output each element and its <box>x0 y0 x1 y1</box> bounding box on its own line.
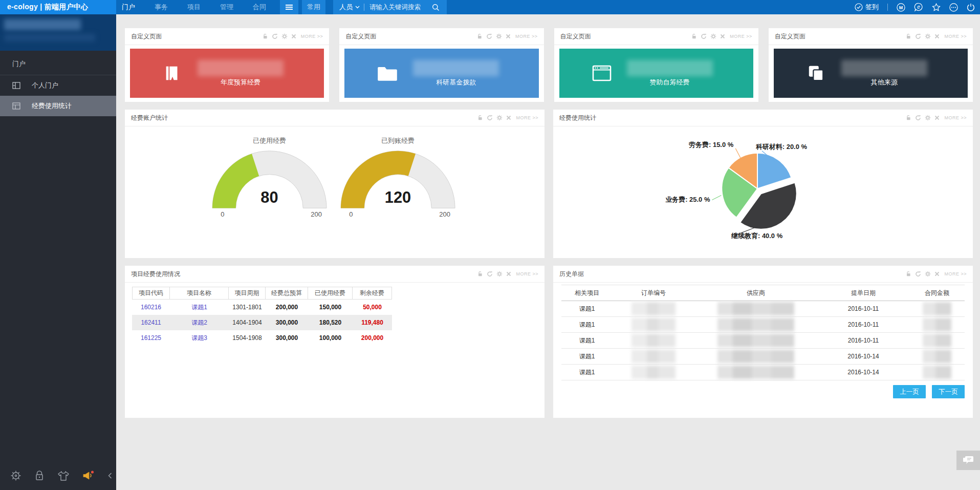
folder-icon <box>377 65 398 82</box>
panel-more-link[interactable]: MORE >> <box>516 271 538 276</box>
panel-more-link[interactable]: MORE >> <box>515 34 538 39</box>
summary-card-其他来源[interactable]: 其他来源 <box>774 49 968 98</box>
panel-more-link[interactable]: MORE >> <box>516 115 538 120</box>
settings-gear-icon[interactable] <box>496 271 503 277</box>
unlock-icon[interactable] <box>477 115 483 121</box>
panel-more-link[interactable]: MORE >> <box>301 34 323 39</box>
panel-more-link[interactable]: MORE >> <box>944 115 967 120</box>
close-icon[interactable] <box>934 115 940 120</box>
nav-item-合同[interactable]: 合同 <box>253 3 266 12</box>
table-cell: 100,000 <box>308 330 353 346</box>
unlock-icon[interactable] <box>906 33 911 39</box>
prev-page-button[interactable]: 上一页 <box>893 385 926 398</box>
project-link[interactable]: 160216 <box>132 300 170 315</box>
project-cell: 课题1 <box>561 352 613 361</box>
unlock-icon[interactable] <box>263 33 268 39</box>
table-cell: 200,000 <box>353 330 392 346</box>
settings-gear-icon[interactable] <box>710 33 716 39</box>
menu-toggle-button[interactable] <box>280 0 298 14</box>
settings-gear-icon[interactable] <box>496 115 503 121</box>
card-label: 其他来源 <box>871 78 898 87</box>
summary-card-年度预算经费[interactable]: 年度预算经费 <box>130 49 324 98</box>
power-icon[interactable] <box>967 3 975 11</box>
settings-gear-icon[interactable] <box>496 33 502 39</box>
star-icon[interactable] <box>932 3 941 12</box>
project-link[interactable]: 161225 <box>132 330 170 346</box>
close-icon[interactable] <box>506 271 511 276</box>
divider <box>364 4 364 11</box>
nav-item-事务[interactable]: 事务 <box>155 3 168 12</box>
m-circle-icon[interactable]: M <box>897 3 905 12</box>
refresh-icon[interactable] <box>701 33 707 39</box>
project-link[interactable]: 162411 <box>132 315 170 330</box>
close-icon[interactable] <box>934 271 940 276</box>
refresh-icon[interactable] <box>486 33 492 39</box>
close-icon[interactable] <box>720 34 725 39</box>
refresh-icon[interactable] <box>272 33 278 39</box>
project-link[interactable]: 课题3 <box>170 330 229 346</box>
top-nav: 门户事务项目管理合同 <box>122 0 266 14</box>
nav-item-门户[interactable]: 门户 <box>122 3 135 12</box>
lock-icon[interactable] <box>34 470 45 481</box>
settings-gear-icon[interactable] <box>925 33 931 39</box>
panel-more-link[interactable]: MORE >> <box>944 271 967 276</box>
refresh-icon[interactable] <box>915 33 921 39</box>
supplier-blurred <box>717 366 794 379</box>
announcement-speaker-icon[interactable] <box>82 470 95 482</box>
settings-gear-icon[interactable] <box>925 115 931 121</box>
collapse-arrow-icon[interactable] <box>108 473 112 479</box>
sidebar-item-label: 经费使用统计 <box>32 101 72 111</box>
topbar-right: 签到 M e <box>855 0 980 14</box>
settings-gear-icon[interactable] <box>925 271 931 277</box>
refresh-icon[interactable] <box>487 115 493 121</box>
theme-shirt-icon[interactable] <box>57 471 70 481</box>
panel-header: 自定义页面MORE >> <box>125 28 329 45</box>
search-input[interactable] <box>368 3 428 11</box>
refresh-icon[interactable] <box>487 271 493 277</box>
hamburger-icon <box>286 5 293 6</box>
close-icon[interactable] <box>506 115 511 120</box>
close-icon[interactable] <box>506 34 511 39</box>
sidebar-section-title: 门户 <box>0 51 116 75</box>
project-link[interactable]: 课题1 <box>170 300 229 315</box>
unlock-icon[interactable] <box>477 271 483 277</box>
refresh-icon[interactable] <box>915 115 921 121</box>
amount-blurred <box>198 60 284 76</box>
tab-quick-access[interactable]: 常用 <box>302 0 325 14</box>
unlock-icon[interactable] <box>477 33 483 39</box>
funds-usage-panel: 经费使用统计MORE >>科研材料: 20.0 %继续教育: 40.0 %业务费… <box>553 110 973 258</box>
close-icon[interactable] <box>291 34 296 39</box>
panel-header-icons: MORE >> <box>906 271 967 277</box>
people-menu[interactable]: 人员 <box>339 3 360 12</box>
user-info-blurred <box>0 14 116 51</box>
sidebar-item-经费使用统计[interactable]: 经费使用统计 <box>0 96 116 116</box>
ellipsis-circle-icon[interactable] <box>949 3 958 12</box>
chat-button[interactable] <box>956 451 980 470</box>
checkin-button[interactable]: 签到 <box>855 3 879 12</box>
unlock-icon[interactable] <box>906 115 911 121</box>
summary-card-科研基金拨款[interactable]: 科研基金拨款 <box>344 49 538 98</box>
nav-item-项目[interactable]: 项目 <box>187 3 201 12</box>
settings-gear-icon[interactable] <box>281 33 288 39</box>
refresh-icon[interactable] <box>915 271 921 277</box>
e-chat-icon[interactable]: e <box>914 3 923 12</box>
table-cell <box>909 366 965 379</box>
close-icon[interactable] <box>934 34 940 39</box>
summary-card-赞助自筹经费[interactable]: 赞助自筹经费 <box>559 49 753 98</box>
next-page-button[interactable]: 下一页 <box>932 385 965 398</box>
card-content: 赞助自筹经费 <box>627 60 713 87</box>
panel-header: 项目经费使用情况MORE >> <box>125 266 545 283</box>
table-cell: 150,000 <box>308 300 353 315</box>
book-icon <box>163 63 182 83</box>
sidebar-item-个人门户[interactable]: 个人门户 <box>0 75 116 96</box>
project-link[interactable]: 课题2 <box>170 315 229 330</box>
panel-more-link[interactable]: MORE >> <box>944 34 967 39</box>
panel-more-link[interactable]: MORE >> <box>730 34 752 39</box>
unlock-icon[interactable] <box>691 33 697 39</box>
gear-icon[interactable] <box>10 470 21 481</box>
nav-item-管理[interactable]: 管理 <box>220 3 233 12</box>
search-icon[interactable] <box>432 4 440 11</box>
table-cell: 180,520 <box>308 315 353 330</box>
project-funds-panel: 项目经费使用情况MORE >>项目代码项目名称项目周期经费总预算已使用经费剩余经… <box>125 266 545 418</box>
unlock-icon[interactable] <box>906 271 911 277</box>
